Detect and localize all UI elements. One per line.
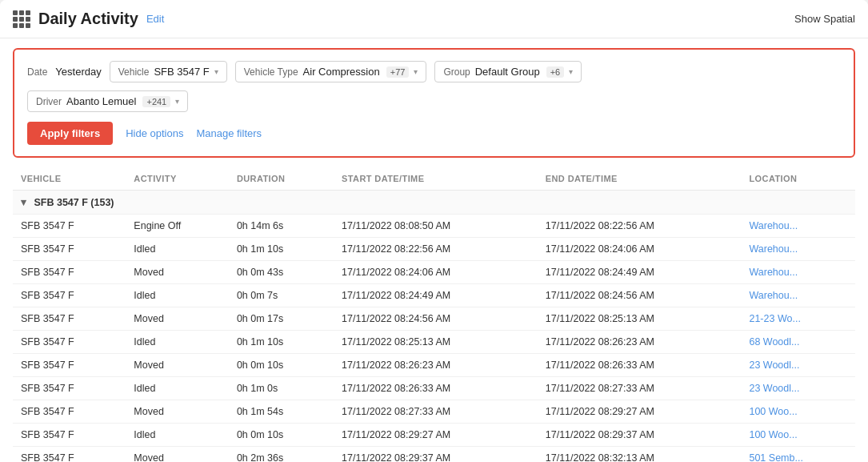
col-start: START DATE/TIME <box>334 167 538 191</box>
group-row: ▾ SFB 3547 F (153) <box>13 191 855 215</box>
table-row: SFB 3547 FIdled0h 1m 0s17/11/2022 08:26:… <box>13 377 855 400</box>
show-spatial-button[interactable]: Show Spatial <box>794 13 855 25</box>
app-container: Daily Activity Edit Show Spatial Date Ye… <box>0 0 868 462</box>
table-header: VEHICLE ACTIVITY DURATION START DATE/TIM… <box>13 167 855 191</box>
table-row: SFB 3547 FIdled0h 1m 10s17/11/2022 08:22… <box>13 238 855 261</box>
driver-label: Driver <box>36 96 62 107</box>
edit-link[interactable]: Edit <box>146 13 164 25</box>
grid-icon[interactable] <box>13 10 30 28</box>
filter-actions: Apply filters Hide options Manage filter… <box>27 122 841 145</box>
group-value: Default Group <box>475 66 540 78</box>
group-select[interactable]: Group Default Group +6 ▾ <box>434 61 582 82</box>
vehicle-value: SFB 3547 F <box>154 66 209 78</box>
filter-row-2: Driver Abanto Lemuel +241 ▾ <box>27 90 841 112</box>
filter-row-1: Date Yesterday Vehicle SFB 3547 F ▾ Vehi… <box>27 61 841 82</box>
col-vehicle: VEHICLE <box>13 167 126 191</box>
date-label: Date <box>27 66 47 78</box>
col-location: LOCATION <box>741 167 855 191</box>
table-row: SFB 3547 FIdled0h 0m 10s17/11/2022 08:29… <box>13 424 855 447</box>
table-row: SFB 3547 FMoved0h 0m 43s17/11/2022 08:24… <box>13 261 855 284</box>
vehicle-type-value: Air Compression <box>303 66 380 78</box>
vehicle-type-select[interactable]: Vehicle Type Air Compression +77 ▾ <box>235 61 427 82</box>
driver-value: Abanto Lemuel <box>66 95 136 107</box>
group-label: Group <box>443 66 470 78</box>
col-activity: ACTIVITY <box>126 167 229 191</box>
page-title: Daily Activity <box>38 10 138 28</box>
driver-badge: +241 <box>142 96 170 107</box>
activity-table: VEHICLE ACTIVITY DURATION START DATE/TIM… <box>13 167 855 462</box>
location-link[interactable]: 21-23 Wo... <box>749 313 800 324</box>
driver-select[interactable]: Driver Abanto Lemuel +241 ▾ <box>27 90 188 112</box>
table-row: SFB 3547 FMoved0h 1m 54s17/11/2022 08:27… <box>13 400 855 424</box>
table-row: SFB 3547 FEngine Off0h 14m 6s17/11/2022 … <box>13 215 855 238</box>
manage-filters-button[interactable]: Manage filters <box>196 127 262 139</box>
table-row: SFB 3547 FIdled0h 1m 10s17/11/2022 08:25… <box>13 331 855 354</box>
location-link[interactable]: Warehou... <box>749 220 798 231</box>
location-link[interactable]: Warehou... <box>749 290 798 301</box>
vehicle-type-label: Vehicle Type <box>244 66 298 78</box>
filter-area: Date Yesterday Vehicle SFB 3547 F ▾ Vehi… <box>13 48 855 158</box>
vehicle-type-badge: +77 <box>386 66 410 78</box>
header-left: Daily Activity Edit <box>13 10 164 28</box>
table-row: SFB 3547 FMoved0h 2m 36s17/11/2022 08:29… <box>13 447 855 463</box>
location-link[interactable]: 23 Woodl... <box>749 383 799 394</box>
group-chevron-icon: ▾ <box>21 197 26 208</box>
vehicle-label: Vehicle <box>118 66 150 78</box>
location-link[interactable]: Warehou... <box>749 267 798 278</box>
location-link[interactable]: 23 Woodl... <box>749 360 799 371</box>
date-value: Yesterday <box>55 66 101 78</box>
group-badge: +6 <box>546 66 565 78</box>
col-duration: DURATION <box>229 167 334 191</box>
location-link[interactable]: Warehou... <box>749 243 798 255</box>
vehicle-select[interactable]: Vehicle SFB 3547 F ▾ <box>110 61 227 82</box>
header: Daily Activity Edit Show Spatial <box>0 0 868 38</box>
group-chevron-icon: ▾ <box>569 67 573 76</box>
driver-chevron-icon: ▾ <box>175 97 179 106</box>
table-row: SFB 3547 FIdled0h 0m 7s17/11/2022 08:24:… <box>13 284 855 307</box>
apply-filters-button[interactable]: Apply filters <box>27 122 113 145</box>
location-link[interactable]: 68 Woodl... <box>749 336 799 348</box>
vehicle-chevron-icon: ▾ <box>214 67 218 76</box>
col-end: END DATE/TIME <box>538 167 742 191</box>
location-link[interactable]: 100 Woo... <box>749 406 797 417</box>
location-link[interactable]: 501 Semb... <box>749 452 802 462</box>
hide-options-button[interactable]: Hide options <box>126 127 183 139</box>
table-body: ▾ SFB 3547 F (153) SFB 3547 FEngine Off0… <box>13 191 855 463</box>
group-row-label: ▾ SFB 3547 F (153) <box>13 191 855 215</box>
vehicle-type-chevron-icon: ▾ <box>414 67 418 76</box>
location-link[interactable]: 100 Woo... <box>749 429 797 440</box>
table-row: SFB 3547 FMoved0h 0m 10s17/11/2022 08:26… <box>13 354 855 377</box>
table-row: SFB 3547 FMoved0h 0m 17s17/11/2022 08:24… <box>13 307 855 331</box>
table-container: VEHICLE ACTIVITY DURATION START DATE/TIM… <box>0 167 868 462</box>
